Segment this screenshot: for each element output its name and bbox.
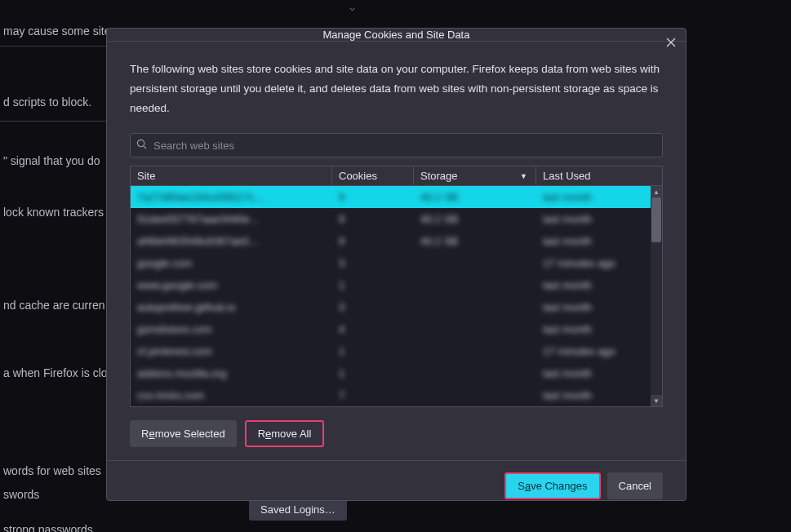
bg-text: strong passwords — [0, 523, 93, 532]
cell-storage: 40.2 SB — [414, 235, 536, 247]
cell-lastused: last month — [536, 389, 662, 401]
remove-selected-button[interactable]: Remove Selected — [130, 420, 237, 447]
cell-cookies: 3 — [332, 301, 414, 313]
cell-storage: 40.2 SB — [414, 213, 536, 225]
cell-cookies: 7 — [332, 389, 414, 401]
cell-lastused: 17 minutes ago — [536, 345, 662, 357]
dialog-footer: Save Changes Cancel — [107, 460, 686, 511]
cell-site: gsmdistore.com — [131, 323, 332, 335]
site-data-table: Site Cookies Storage ▼ Last Used 7a27d60… — [130, 166, 663, 407]
table-row[interactable]: af48ef463548c8367ae0… 9 40.2 SB last mon… — [131, 230, 662, 252]
cell-site: css-tricks.com — [131, 389, 332, 401]
column-site[interactable]: Site — [131, 166, 332, 185]
cell-cookies: 9 — [332, 213, 414, 225]
cell-cookies: 9 — [332, 191, 414, 203]
cell-lastused: last month — [536, 367, 662, 379]
table-row[interactable]: addons.mozilla.org 1 last month — [131, 362, 662, 384]
dialog-titlebar: Manage Cookies and Site Data — [107, 29, 686, 42]
cell-cookies: 4 — [332, 323, 414, 335]
column-last-used[interactable]: Last Used — [536, 166, 662, 185]
dialog-description: The following web sites store cookies an… — [130, 60, 663, 118]
scroll-up-icon[interactable]: ▲ — [651, 186, 662, 197]
cell-cookies: 1 — [332, 279, 414, 291]
cell-site: 7a27d60ae184ce56017c… — [131, 191, 332, 203]
close-button[interactable] — [661, 33, 681, 52]
cell-lastused: last month — [536, 235, 662, 247]
table-row[interactable]: www.google.com 1 last month — [131, 274, 662, 296]
table-row[interactable]: gsmdistore.com 4 last month — [131, 318, 662, 340]
svg-line-1 — [144, 146, 146, 149]
chevron-down-icon[interactable]: ⌵ — [349, 2, 355, 13]
table-row[interactable]: 91dee557767aae3440e… 9 40.2 SB last mont… — [131, 208, 662, 230]
manage-cookies-dialog: Manage Cookies and Site Data The followi… — [106, 28, 687, 501]
bg-text: swords — [0, 488, 39, 501]
search-box — [130, 133, 663, 157]
column-cookies[interactable]: Cookies — [332, 166, 414, 185]
svg-point-0 — [137, 140, 144, 146]
sort-indicator-icon: ▼ — [520, 172, 527, 180]
table-row[interactable]: autoprefixer.github.io 3 last month — [131, 296, 662, 318]
cell-cookies: 3 — [332, 257, 414, 269]
table-body: 7a27d60ae184ce56017c… 9 40.2 SB last mon… — [131, 186, 662, 406]
table-row[interactable]: cf.pinterest.com 1 17 minutes ago — [131, 340, 662, 362]
bg-text: may cause some site — [0, 24, 111, 38]
cell-lastused: last month — [536, 279, 662, 291]
scrollbar[interactable]: ▲ ▼ — [651, 186, 662, 406]
close-icon — [666, 38, 676, 47]
bg-text: a when Firefox is clo — [0, 366, 108, 379]
bg-text: " signal that you do — [0, 154, 100, 167]
bg-text: lock known trackers — [0, 206, 104, 219]
scroll-down-icon[interactable]: ▼ — [651, 395, 662, 406]
cell-site: 91dee557767aae3440e… — [131, 213, 332, 225]
cell-cookies: 9 — [332, 235, 414, 247]
cell-cookies: 1 — [332, 345, 414, 357]
column-storage[interactable]: Storage ▼ — [414, 166, 536, 185]
bg-text: words for web sites — [0, 464, 101, 477]
action-buttons: Remove Selected Remove All — [130, 420, 663, 447]
cell-site: cf.pinterest.com — [131, 345, 332, 357]
cell-site: autoprefixer.github.io — [131, 301, 332, 313]
cell-site: addons.mozilla.org — [131, 367, 332, 379]
search-input[interactable] — [130, 133, 663, 157]
scrollbar-thumb[interactable] — [651, 197, 661, 242]
search-icon — [136, 139, 147, 152]
table-row[interactable]: css-tricks.com 7 last month — [131, 384, 662, 406]
cell-site: www.google.com — [131, 279, 332, 291]
cell-lastused: last month — [536, 301, 662, 313]
cell-lastused: 17 minutes ago — [536, 257, 662, 269]
bg-text: nd cache are curren — [0, 299, 105, 312]
save-changes-button[interactable]: Save Changes — [504, 472, 600, 499]
cancel-button[interactable]: Cancel — [607, 472, 663, 499]
cell-lastused: last month — [536, 323, 662, 335]
cell-site: google.com — [131, 257, 332, 269]
cell-lastused: last month — [536, 213, 662, 225]
cell-cookies: 1 — [332, 367, 414, 379]
bg-text: d scripts to block. — [0, 95, 91, 109]
table-row[interactable]: 7a27d60ae184ce56017c… 9 40.2 SB last mon… — [131, 186, 662, 208]
dialog-title: Manage Cookies and Site Data — [323, 29, 470, 41]
cell-storage: 40.2 SB — [414, 191, 536, 203]
dialog-body: The following web sites store cookies an… — [107, 42, 686, 460]
remove-all-button[interactable]: Remove All — [245, 420, 325, 447]
cell-lastused: last month — [536, 191, 662, 203]
table-header: Site Cookies Storage ▼ Last Used — [131, 166, 662, 186]
table-row[interactable]: google.com 3 17 minutes ago — [131, 252, 662, 274]
cell-site: af48ef463548c8367ae0… — [131, 235, 332, 247]
